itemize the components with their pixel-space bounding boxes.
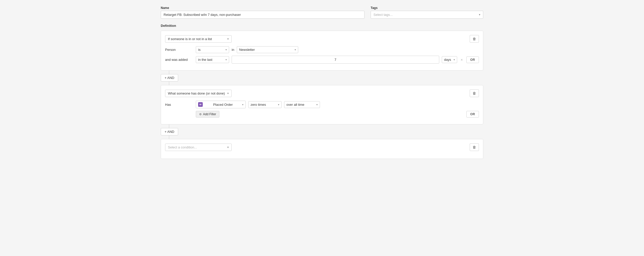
- definition-label: Definition: [161, 24, 483, 28]
- was-added-label: and was added: [165, 58, 193, 62]
- condition-1-delete-button[interactable]: 🗑: [470, 35, 479, 43]
- filter-icon: ⚙: [199, 113, 202, 116]
- condition-block-3: Select a condition... ▾ 🗑: [161, 139, 483, 159]
- top-row: Name Tags Select tags... ▾: [161, 6, 483, 19]
- frequency-arrow-icon: ▾: [278, 103, 279, 106]
- condition-2-has-row: Has W Placed Order ▾ zero times ▾ over a…: [165, 101, 479, 108]
- person-is-arrow-icon: ▾: [226, 48, 227, 51]
- condition-1-header: If someone is in or not in a list ▾ 🗑: [165, 35, 479, 43]
- and-button-2[interactable]: + AND: [161, 128, 178, 135]
- add-filter-label: Add Filter: [203, 112, 216, 116]
- page-container: Name Tags Select tags... ▾ Definition If…: [161, 6, 483, 159]
- tags-label: Tags: [371, 6, 483, 10]
- condition-2-delete-button[interactable]: 🗑: [470, 89, 479, 97]
- vertical-line-3: [169, 124, 169, 128]
- in-label: in: [232, 48, 234, 52]
- condition-3-delete-button[interactable]: 🗑: [470, 143, 479, 151]
- action-value: Placed Order: [213, 103, 233, 107]
- tags-select[interactable]: Select tags... ▾: [371, 11, 483, 19]
- close-icon[interactable]: ×: [460, 57, 464, 62]
- condition-2-type-arrow-icon: ▾: [227, 92, 229, 95]
- condition-block-1-wrapper: If someone is in or not in a list ▾ 🗑 Pe…: [161, 31, 483, 71]
- action-arrow-icon: ▾: [242, 103, 243, 106]
- condition-3-type-select[interactable]: Select a condition... ▾: [165, 144, 232, 151]
- time-unit-arrow-icon: ▾: [454, 58, 455, 61]
- vertical-line-4: [169, 135, 169, 139]
- condition-3-header: Select a condition... ▾ 🗑: [165, 143, 479, 151]
- timeframe-arrow-icon: ▾: [316, 103, 318, 106]
- person-label: Person: [165, 48, 193, 52]
- action-select[interactable]: W Placed Order ▾: [196, 101, 246, 108]
- tags-arrow-icon: ▾: [479, 13, 480, 16]
- condition-2-type-label: What someone has done (or not done): [168, 91, 225, 95]
- list-value-select[interactable]: Newsletter ▾: [237, 46, 298, 53]
- time-qualifier-arrow-icon: ▾: [226, 58, 227, 61]
- and-connector-2: + AND: [161, 124, 483, 139]
- person-is-select[interactable]: is ▾: [196, 46, 229, 53]
- vertical-line-1: [169, 71, 169, 74]
- person-is-value: is: [198, 48, 200, 52]
- condition-2-or-button[interactable]: OR: [466, 111, 479, 118]
- frequency-select[interactable]: zero times ▾: [248, 101, 282, 108]
- condition-block-1: If someone is in or not in a list ▾ 🗑 Pe…: [161, 31, 483, 71]
- timeframe-value: over all time: [286, 103, 304, 107]
- tags-placeholder: Select tags...: [373, 13, 393, 17]
- condition-block-2: What someone has done (or not done) ▾ 🗑 …: [161, 85, 483, 124]
- condition-2-filter-row: ⚙ Add Filter OR: [165, 111, 479, 118]
- and-connector-1: + AND: [161, 71, 483, 85]
- has-label: Has: [165, 103, 193, 107]
- condition-1-was-added-row: and was added in the last ▾ days ▾ × OR: [165, 56, 479, 64]
- woo-icon: W: [198, 102, 203, 107]
- list-arrow-icon: ▾: [295, 48, 296, 51]
- conditions-area: If someone is in or not in a list ▾ 🗑 Pe…: [161, 31, 483, 159]
- condition-2-type-select[interactable]: What someone has done (or not done) ▾: [165, 90, 232, 97]
- condition-3-type-arrow-icon: ▾: [227, 146, 229, 149]
- condition-1-type-label: If someone is in or not in a list: [168, 37, 212, 41]
- tags-field-group: Tags Select tags... ▾: [371, 6, 483, 19]
- time-unit-value: days: [444, 58, 451, 62]
- number-input[interactable]: [232, 56, 439, 64]
- time-qualifier-value: in the last: [198, 58, 212, 62]
- condition-block-2-wrapper: What someone has done (or not done) ▾ 🗑 …: [161, 85, 483, 124]
- and-button-1[interactable]: + AND: [161, 74, 178, 82]
- timeframe-select[interactable]: over all time ▾: [284, 101, 320, 108]
- name-field-group: Name: [161, 6, 364, 19]
- condition-3-placeholder: Select a condition...: [168, 145, 197, 149]
- name-input[interactable]: [161, 11, 364, 19]
- time-unit-select[interactable]: days ▾: [442, 56, 457, 63]
- vertical-line-2: [169, 82, 169, 85]
- condition-1-type-arrow-icon: ▾: [227, 37, 229, 41]
- condition-2-header: What someone has done (or not done) ▾ 🗑: [165, 89, 479, 97]
- condition-1-type-select[interactable]: If someone is in or not in a list ▾: [165, 35, 232, 43]
- list-value: Newsletter: [239, 48, 255, 52]
- condition-1-person-row: Person is ▾ in Newsletter ▾: [165, 46, 479, 53]
- time-qualifier-select[interactable]: in the last ▾: [196, 56, 229, 63]
- condition-1-or-button[interactable]: OR: [466, 56, 479, 63]
- condition-block-3-wrapper: Select a condition... ▾ 🗑: [161, 139, 483, 159]
- add-filter-button[interactable]: ⚙ Add Filter: [196, 111, 219, 118]
- name-label: Name: [161, 6, 364, 10]
- frequency-value: zero times: [251, 103, 266, 107]
